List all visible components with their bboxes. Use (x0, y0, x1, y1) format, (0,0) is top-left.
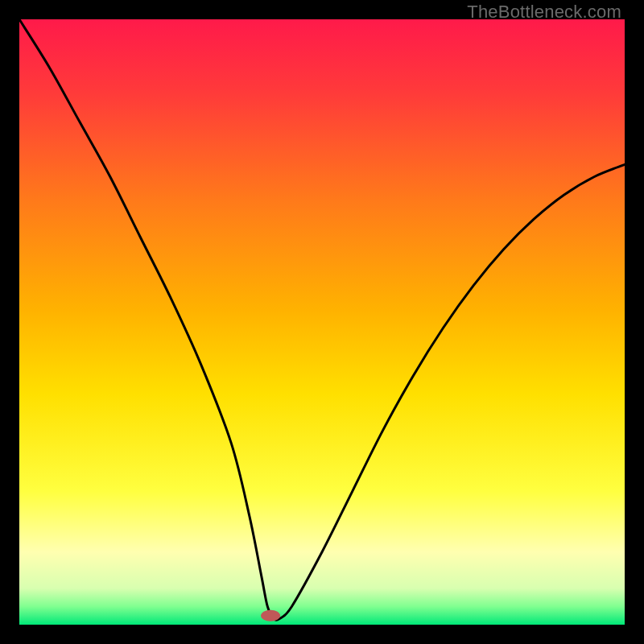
optimal-point-marker (261, 610, 280, 621)
watermark-text: TheBottleneck.com (467, 2, 621, 23)
gradient-background (19, 19, 625, 625)
bottleneck-chart (19, 19, 625, 625)
chart-frame (19, 19, 625, 625)
